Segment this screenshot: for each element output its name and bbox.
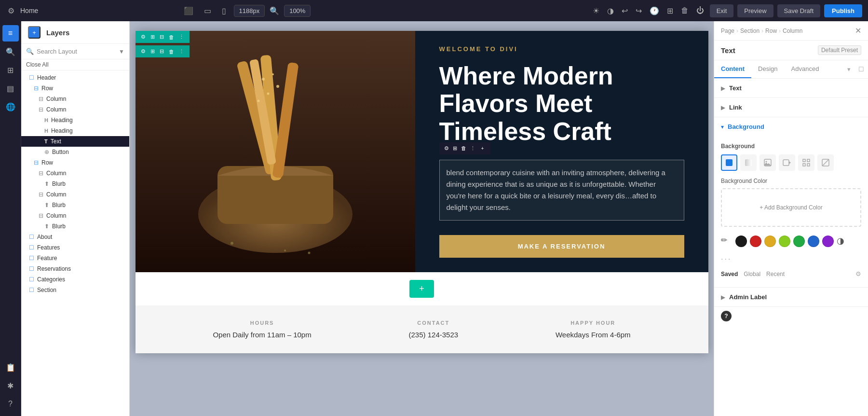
admin-label-section-header[interactable]: ▶ Admin Label	[714, 288, 868, 306]
layer-col4[interactable]: ⊟ Column	[21, 189, 129, 200]
bg-type-image-btn[interactable]	[760, 154, 776, 171]
swatch-yellow-green[interactable]	[779, 236, 790, 247]
settings-button[interactable]: ⊞	[665, 4, 675, 17]
publish-button[interactable]: Publish	[824, 4, 862, 17]
width-display[interactable]: 1188px	[234, 5, 265, 17]
tablet-view-button[interactable]: ▭	[201, 4, 214, 17]
hero-more-btn[interactable]: ⋮	[177, 47, 186, 55]
layer-row2[interactable]: ⊟ Row	[21, 157, 129, 168]
background-section-header[interactable]: ▾ Background	[714, 117, 868, 136]
text-section-header[interactable]: ▶ Text	[714, 79, 868, 97]
sidebar-icon-layouts[interactable]: ▤	[2, 80, 19, 97]
bg-type-gradient-btn[interactable]	[740, 154, 757, 171]
sidebar-icon-settings[interactable]: ✱	[2, 377, 19, 394]
history-button[interactable]: 🕐	[648, 4, 661, 17]
layer-features[interactable]: ☐ Features	[21, 242, 129, 253]
layer-blurb1[interactable]: ⬆ Blurb	[21, 179, 129, 189]
color-tab-saved[interactable]: Saved	[721, 271, 738, 277]
link-section-header[interactable]: ▶ Link	[714, 98, 868, 117]
power-button[interactable]: ⏻	[694, 4, 706, 17]
close-all-button[interactable]: Close All	[21, 59, 129, 70]
more-swatches-dots[interactable]: ···	[721, 255, 732, 263]
section-delete-button[interactable]: 🗑	[167, 33, 176, 41]
color-tab-global[interactable]: Global	[744, 271, 760, 277]
text-more-btn[interactable]: ⋮	[469, 144, 476, 153]
swatch-orange[interactable]	[764, 236, 776, 247]
layer-reservations[interactable]: ☐ Reservations	[21, 263, 129, 274]
text-add-btn[interactable]: +	[478, 145, 487, 152]
moon-icon-button[interactable]: ◑	[605, 4, 616, 17]
tab-content[interactable]: Content	[714, 60, 751, 78]
layer-text1[interactable]: T Text	[21, 136, 129, 147]
preview-button[interactable]: Preview	[737, 4, 773, 17]
breadcrumb-section[interactable]: Section	[740, 28, 760, 34]
tab-chevron-icon[interactable]: ▾	[843, 62, 854, 77]
sidebar-icon-history[interactable]: 📋	[2, 359, 19, 375]
layer-blurb2[interactable]: ⬆ Blurb	[21, 200, 129, 210]
layer-col1[interactable]: ⊟ Column	[21, 94, 129, 104]
help-icon[interactable]: ?	[721, 311, 732, 321]
add-section-button[interactable]: +	[409, 280, 434, 298]
sidebar-icon-global[interactable]: 🌐	[2, 98, 19, 115]
redo-button[interactable]: ↪	[634, 4, 644, 17]
layer-header[interactable]: ☐ Header	[21, 72, 129, 83]
layer-about[interactable]: ☐ About	[21, 232, 129, 242]
undo-button[interactable]: ↩	[620, 4, 630, 17]
layer-row1[interactable]: ⊟ Row	[21, 83, 129, 94]
bg-type-solid-btn[interactable]	[721, 154, 737, 171]
swatch-red[interactable]	[750, 236, 761, 247]
sidebar-icon-layers[interactable]: ≡	[2, 25, 19, 42]
cta-button[interactable]: MAKE A RESERVATION	[439, 235, 684, 258]
exit-button[interactable]: Exit	[710, 4, 734, 17]
tab-advanced[interactable]: Advanced	[785, 60, 826, 78]
text-delete-btn[interactable]: 🗑	[460, 144, 467, 152]
hero-settings-btn[interactable]: ⚙	[139, 47, 147, 55]
preset-select[interactable]: Default Preset	[818, 45, 861, 55]
layer-feature[interactable]: ☐ Feature	[21, 253, 129, 263]
eyedropper-icon[interactable]: ✏	[721, 236, 732, 247]
tab-design[interactable]: Design	[751, 60, 784, 78]
trash-button[interactable]: 🗑	[679, 4, 691, 17]
tab-checkbox-icon[interactable]: ☐	[854, 62, 868, 77]
bg-color-empty-area[interactable]: + Add Background Color	[721, 188, 861, 227]
breadcrumb-row[interactable]: Row	[765, 28, 777, 34]
sidebar-icon-search[interactable]: 🔍	[2, 43, 19, 60]
swatch-purple[interactable]	[822, 236, 834, 247]
layer-categories[interactable]: ☐ Categories	[21, 274, 129, 285]
layer-col2[interactable]: ⊟ Column	[21, 104, 129, 115]
swatch-green[interactable]	[793, 236, 805, 247]
section-grid-button[interactable]: ⊟	[158, 33, 165, 41]
layer-section[interactable]: ☐ Section	[21, 285, 129, 295]
swatch-black[interactable]	[735, 236, 747, 247]
color-tab-recent[interactable]: Recent	[766, 271, 785, 277]
bg-type-pattern-btn[interactable]	[798, 154, 814, 171]
layer-heading2[interactable]: H Heading	[21, 125, 129, 136]
filter-icon[interactable]: ▼	[119, 48, 124, 55]
color-settings-icon[interactable]: ⚙	[855, 270, 861, 277]
sun-icon-button[interactable]: ☀	[591, 4, 601, 17]
save-draft-button[interactable]: Save Draft	[777, 4, 820, 17]
breadcrumb-column[interactable]: Column	[783, 28, 802, 34]
add-element-button[interactable]: +	[28, 26, 41, 39]
hero-duplicate-btn[interactable]: ⊞	[149, 47, 156, 55]
hero-delete-btn[interactable]: 🗑	[167, 48, 176, 55]
section-settings-button[interactable]: ⚙	[139, 33, 147, 41]
text-settings-btn[interactable]: ⚙	[443, 144, 450, 153]
hero-grid-btn[interactable]: ⊟	[158, 47, 165, 55]
section-more-button[interactable]: ⋮	[177, 33, 186, 41]
layer-col5[interactable]: ⊟ Column	[21, 210, 129, 221]
sidebar-icon-help[interactable]: ?	[2, 396, 19, 412]
layer-button1[interactable]: ⊕ Button	[21, 147, 129, 157]
section-duplicate-button[interactable]: ⊞	[149, 33, 156, 41]
rainbow-icon[interactable]: ◑	[837, 236, 848, 247]
layer-col3[interactable]: ⊟ Column	[21, 168, 129, 179]
bg-type-video-btn[interactable]	[779, 154, 795, 171]
hero-body-text[interactable]: blend contemporary cuisine with an invit…	[439, 160, 684, 221]
sidebar-icon-modules[interactable]: ⊞	[2, 62, 19, 78]
swatch-blue[interactable]	[808, 236, 819, 247]
breadcrumb-page[interactable]: Page	[721, 28, 734, 34]
layer-heading1[interactable]: H Heading	[21, 115, 129, 125]
desktop-view-button[interactable]: ⬛	[181, 4, 196, 17]
text-duplicate-btn[interactable]: ⊞	[452, 144, 458, 153]
layer-blurb3[interactable]: ⬆ Blurb	[21, 221, 129, 232]
